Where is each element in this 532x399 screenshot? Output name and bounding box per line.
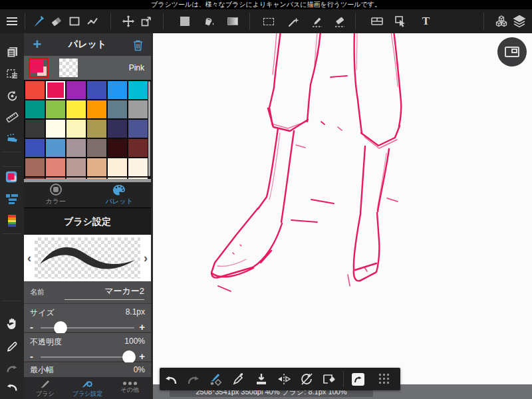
reset-rotation-button[interactable] — [295, 368, 318, 390]
brush-select-toggle-button[interactable] — [205, 368, 227, 390]
palette-swatch[interactable] — [46, 120, 65, 138]
transparent-color-swatch[interactable] — [59, 59, 78, 77]
clear-layer-button[interactable] — [318, 368, 340, 390]
size-slider-track[interactable] — [41, 327, 134, 329]
toolbar-drag-handle[interactable] — [373, 368, 396, 390]
fill-color-button[interactable] — [176, 11, 194, 31]
palette-swatch[interactable] — [108, 120, 127, 138]
palette-swatch[interactable] — [128, 81, 148, 99]
palette-swatch[interactable] — [25, 139, 45, 157]
opacity-slider-track[interactable] — [41, 356, 134, 358]
select-menu-button[interactable] — [5, 67, 19, 80]
current-color-swatch[interactable] — [29, 58, 49, 78]
palette-swatch[interactable] — [66, 139, 86, 157]
magic-wand-button[interactable] — [284, 11, 302, 31]
palette-swatch[interactable] — [128, 120, 148, 138]
palette-scrollbar[interactable] — [148, 81, 150, 176]
move-tool-button[interactable] — [119, 11, 137, 31]
panel-layout-button[interactable] — [368, 11, 386, 31]
shape-tool-button[interactable] — [65, 11, 83, 31]
select-tool-button[interactable] — [259, 11, 277, 31]
palette-swatch[interactable] — [66, 81, 86, 99]
tab-other[interactable]: その他 — [108, 377, 151, 399]
palette-swatch[interactable] — [66, 158, 86, 176]
eyedropper-button[interactable] — [227, 368, 250, 390]
palette-swatch[interactable] — [66, 100, 86, 118]
gradient-map-button[interactable] — [5, 214, 19, 227]
palette-swatch[interactable] — [87, 120, 106, 138]
transform-tool-button[interactable] — [137, 11, 155, 31]
palette-swatch[interactable] — [25, 158, 45, 176]
palette-swatch[interactable] — [66, 120, 86, 138]
material-panel-button[interactable] — [492, 11, 510, 31]
undo-button[interactable] — [5, 380, 19, 394]
palette-swatch[interactable] — [108, 100, 127, 118]
palette-swatch[interactable] — [46, 100, 65, 118]
airbrush-button[interactable] — [5, 132, 19, 146]
prev-brush-button[interactable]: ‹ — [24, 251, 35, 265]
palette-swatch[interactable] — [25, 120, 45, 138]
pen-cursor-button[interactable] — [5, 340, 19, 353]
tab-palette[interactable]: パレット — [88, 182, 152, 207]
hand-tool-button[interactable] — [5, 317, 19, 331]
palette-swatch[interactable] — [25, 100, 45, 118]
curve-tool-button[interactable] — [83, 11, 101, 31]
next-brush-button[interactable]: › — [140, 251, 151, 265]
brush-tool-button[interactable] — [29, 11, 47, 31]
opacity-decrease-button[interactable]: - — [30, 349, 33, 364]
select-eraser-button[interactable] — [331, 11, 348, 31]
reset-rotation-button[interactable] — [5, 89, 19, 102]
layers-panel-button[interactable] — [510, 11, 528, 31]
bucket-tool-button[interactable] — [200, 11, 217, 31]
palette-swatch[interactable] — [87, 158, 106, 176]
palette-swatch[interactable] — [108, 139, 127, 157]
quick-undo-button[interactable] — [160, 368, 182, 390]
palette-swatch[interactable] — [108, 158, 127, 176]
redo-button[interactable] — [5, 362, 19, 375]
main-toolbar: T — [0, 9, 532, 33]
palette-swatch[interactable] — [46, 139, 65, 157]
ruler-button[interactable] — [5, 110, 19, 124]
palette-swatch[interactable] — [87, 139, 106, 157]
flip-horizontal-button[interactable] — [273, 368, 295, 390]
menu-button[interactable] — [3, 11, 21, 31]
select-pen-button[interactable] — [308, 11, 326, 31]
material-shortcut-button[interactable] — [346, 368, 369, 390]
palette-swatch[interactable] — [87, 100, 106, 118]
brush-name-row: 名前 マーカー2 — [24, 281, 151, 304]
palette-swatch[interactable] — [87, 81, 106, 99]
palette-swatch[interactable] — [108, 81, 127, 99]
quick-redo-button[interactable] — [182, 368, 205, 390]
size-slider-thumb[interactable] — [54, 321, 67, 334]
palette-swatch[interactable] — [46, 158, 65, 176]
text-tool-button[interactable]: T — [417, 11, 435, 31]
add-palette-color-button[interactable]: + — [24, 35, 51, 55]
brush-name-value[interactable]: マーカー2 — [65, 285, 144, 300]
navigator-button[interactable] — [497, 37, 527, 66]
palette-swatch[interactable] — [128, 158, 148, 176]
palette-swatch[interactable] — [128, 139, 148, 157]
delete-palette-color-button[interactable] — [124, 39, 151, 51]
minwidth-row: 最小幅 0% — [24, 362, 151, 377]
object-select-button[interactable] — [391, 11, 409, 31]
size-increase-button[interactable]: + — [139, 320, 145, 334]
save-button[interactable] — [250, 368, 273, 390]
palette-swatch[interactable] — [128, 100, 148, 118]
color-panel-button[interactable] — [5, 170, 19, 184]
brush-toggle-icon — [209, 372, 223, 386]
opacity-increase-button[interactable]: + — [139, 349, 145, 364]
opacity-slider-thumb[interactable] — [122, 350, 136, 364]
drawing-canvas[interactable]: 2508*3541px 350dpi 40% ブラシ: 8.1px 100% — [153, 33, 532, 399]
eraser-tool-button[interactable] — [47, 11, 65, 31]
size-decrease-button[interactable]: - — [30, 320, 33, 334]
tab-brush[interactable]: ブラシ — [24, 377, 66, 399]
tab-brush-settings[interactable]: ブラシ設定 — [66, 377, 109, 399]
divider — [483, 13, 484, 30]
palette-list-button[interactable] — [5, 192, 19, 205]
gradient-tool-button[interactable] — [223, 11, 241, 31]
palette-swatch[interactable] — [25, 81, 45, 99]
palette-swatch[interactable] — [46, 81, 65, 99]
medibang-paint-app: ブラシツールは、様々なブラシによりキャンバスに描画を行うツールです。 — [0, 0, 532, 399]
tab-color[interactable]: カラー — [24, 182, 88, 207]
pages-button[interactable] — [5, 45, 19, 59]
